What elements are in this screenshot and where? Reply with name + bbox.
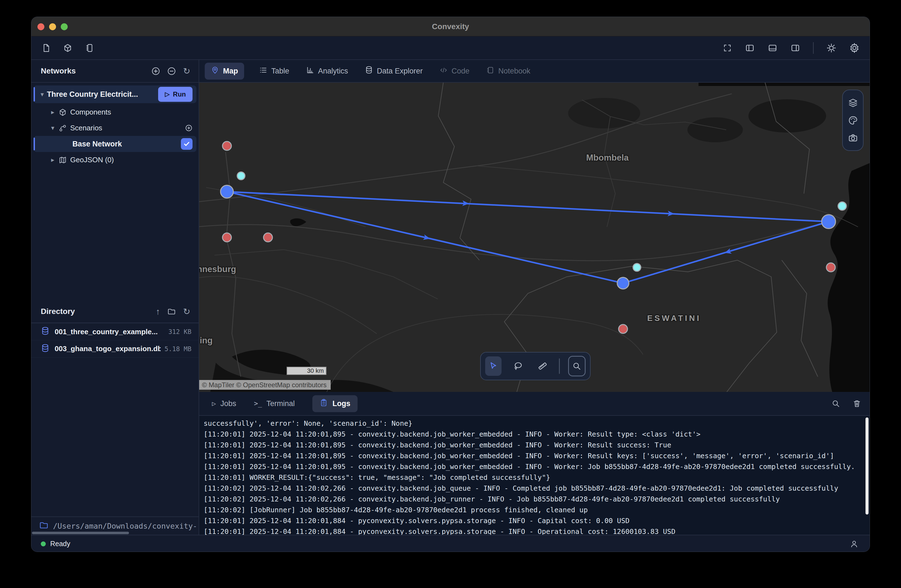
directory-path-row[interactable]: /Users/aman/Downloads/convexity-ne: [31, 516, 199, 535]
map-attribution: © MapTiler © OpenStreetMap contributors: [199, 380, 330, 390]
scenarios-label: Scenarios: [70, 124, 102, 132]
components-label: Components: [70, 108, 111, 117]
chevron-right-icon[interactable]: ▸: [48, 156, 58, 164]
vertical-scrollbar[interactable]: [865, 417, 868, 515]
tab-logs[interactable]: Logs: [312, 395, 358, 412]
app-toolbar: [31, 36, 870, 60]
database-icon: [41, 344, 50, 354]
map-label: Mbombela: [586, 153, 628, 163]
status-bar: Ready: [31, 535, 870, 552]
clear-logs-trash-icon[interactable]: [853, 399, 861, 408]
map-canvas[interactable]: MbombelannesburgingESWATINI: [199, 83, 870, 392]
network-node-red[interactable]: [619, 324, 628, 334]
log-line: [11:20:01] 2025-12-04 11:20:01,884 - pyc…: [204, 526, 861, 535]
sidebar: Networks ↻ ▾ Three Country Electricit...: [31, 60, 199, 535]
chevron-down-icon[interactable]: ▾: [48, 124, 58, 132]
tab-data-explorer[interactable]: Data Explorer: [363, 63, 424, 80]
tab-label: Analytics: [318, 67, 348, 75]
tab-notebook[interactable]: Notebook: [484, 63, 532, 80]
file-row[interactable]: 001_three_country_example... 312 KB: [31, 323, 199, 340]
log-line: successfully', 'error': None, 'scenario_…: [204, 418, 861, 429]
network-nodes: [221, 142, 846, 334]
folder-icon: [39, 521, 48, 531]
fullscreen-icon[interactable]: [723, 43, 732, 53]
add-scenario-icon[interactable]: [185, 124, 193, 132]
network-node-cyan[interactable]: [838, 202, 846, 210]
tab-code[interactable]: Code: [438, 63, 471, 80]
components-cube-icon[interactable]: [63, 43, 72, 53]
file-row[interactable]: 003_ghana_togo_expansion.db 5.18 MB: [31, 340, 199, 357]
tab-jobs[interactable]: ▷ Jobs: [212, 399, 236, 408]
tab-label: Data Explorer: [377, 67, 423, 75]
tree-item-scenarios[interactable]: ▾ Scenarios: [34, 120, 196, 136]
tab-map[interactable]: Map: [205, 63, 244, 80]
tab-terminal[interactable]: >_ Terminal: [254, 399, 295, 408]
network-node-red[interactable]: [263, 233, 273, 242]
log-output[interactable]: successfully', 'error': None, 'scenario_…: [199, 415, 870, 535]
network-node-blue[interactable]: [822, 215, 836, 229]
toggle-left-panel-icon[interactable]: [745, 43, 755, 53]
minimize-window-button[interactable]: [49, 23, 56, 30]
network-node-red[interactable]: [826, 263, 835, 272]
run-button[interactable]: ▷ Run: [158, 87, 193, 102]
network-edges: [227, 192, 829, 283]
directory-path: /Users/aman/Downloads/convexity-ne: [53, 522, 196, 530]
layers-icon[interactable]: [848, 98, 858, 108]
network-node-red[interactable]: [223, 142, 231, 150]
network-node-cyan[interactable]: [633, 264, 641, 271]
network-node-cyan[interactable]: [237, 172, 245, 180]
search-logs-icon[interactable]: [831, 399, 840, 408]
tree-item-geojson[interactable]: ▸ GeoJSON (0): [34, 152, 196, 168]
select-tool-button[interactable]: [485, 356, 502, 376]
toolbar-divider: [559, 358, 560, 374]
map-scale-bar: 30 km: [287, 367, 326, 375]
base-network-checkbox[interactable]: [181, 138, 193, 150]
tab-analytics[interactable]: Analytics: [304, 63, 350, 80]
file-name: 001_three_country_example...: [55, 328, 165, 336]
database-icon: [365, 66, 373, 76]
close-window-button[interactable]: [37, 23, 44, 30]
refresh-directory-icon[interactable]: ↻: [183, 307, 190, 316]
new-file-icon[interactable]: [41, 43, 51, 53]
toggle-bottom-panel-icon[interactable]: [768, 43, 778, 53]
tab-label: Logs: [332, 399, 350, 408]
networks-panel-header: Networks ↻: [31, 60, 199, 83]
toggle-right-panel-icon[interactable]: [790, 43, 800, 53]
database-icon: [41, 327, 50, 337]
log-line: [11:20:01] 2025-12-04 11:20:01,895 - con…: [204, 461, 861, 472]
view-tabs: Map Table Analytics: [199, 60, 870, 83]
folder-icon[interactable]: [167, 307, 176, 316]
network-node-blue[interactable]: [617, 278, 629, 289]
log-line: [11:20:02] 2025-12-04 11:20:02,266 - con…: [204, 494, 861, 505]
tree-item-network-root[interactable]: ▾ Three Country Electricit... ▷ Run: [34, 86, 196, 103]
network-node-blue[interactable]: [221, 185, 233, 198]
tab-label: Map: [223, 67, 238, 75]
tab-label: Code: [452, 67, 470, 75]
up-directory-icon[interactable]: ↑: [156, 307, 161, 316]
user-account-icon[interactable]: [850, 540, 859, 548]
journal-icon[interactable]: [84, 43, 94, 53]
map-search-button[interactable]: [568, 356, 586, 376]
base-network-label: Base Network: [72, 140, 122, 148]
tab-table[interactable]: Table: [257, 63, 291, 80]
horizontal-scrollbar[interactable]: [32, 532, 129, 534]
settings-gear-icon[interactable]: [849, 43, 860, 53]
list-icon: [259, 66, 267, 76]
play-icon: ▷: [165, 91, 170, 98]
remove-network-icon[interactable]: [167, 67, 176, 75]
refresh-networks-icon[interactable]: ↻: [183, 67, 190, 75]
theme-sun-icon[interactable]: [826, 43, 836, 53]
lasso-tool-button[interactable]: [510, 356, 526, 376]
chevron-right-icon[interactable]: ▸: [48, 108, 58, 116]
add-network-icon[interactable]: [151, 67, 160, 75]
tree-item-base-network[interactable]: Base Network: [34, 136, 196, 152]
palette-icon[interactable]: [848, 115, 858, 125]
camera-icon[interactable]: [848, 133, 858, 143]
chevron-down-icon[interactable]: ▾: [37, 91, 47, 98]
toolbar-divider: [813, 42, 814, 54]
network-node-red[interactable]: [223, 233, 231, 242]
measure-tool-button[interactable]: [535, 356, 551, 376]
tree-item-components[interactable]: ▸ Components: [34, 104, 196, 120]
maximize-window-button[interactable]: [61, 23, 68, 30]
play-icon: ▷: [212, 400, 216, 407]
